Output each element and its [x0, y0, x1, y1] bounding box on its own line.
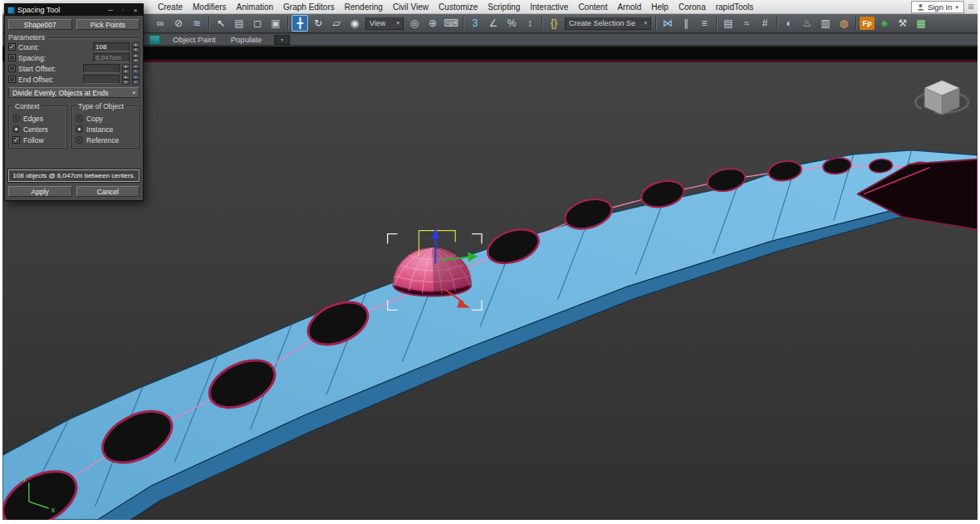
schematic-view-icon[interactable]: # [757, 15, 773, 32]
edges-option[interactable]: Edges [12, 113, 63, 124]
selection-region-icon[interactable]: ◻ [249, 15, 266, 32]
menu-item-scripting[interactable]: Scripting [483, 0, 525, 13]
edit-named-selection-sets-icon[interactable]: {} [546, 15, 562, 32]
horizon-band-edge [2, 60, 978, 62]
toolbar-separator [653, 16, 659, 31]
rendered-frame-window-icon[interactable]: ▥ [817, 15, 834, 32]
start-offset-checkbox[interactable] [8, 65, 16, 72]
pick-points-button[interactable]: Pick Points [76, 19, 140, 30]
grid-tool-icon[interactable]: ▦ [913, 15, 929, 32]
select-and-link-icon[interactable]: ∞ [152, 15, 169, 32]
start-offset-lock-button[interactable]: ▴▾ [132, 64, 140, 73]
cancel-button[interactable]: Cancel [76, 186, 140, 197]
ribbon-tab-object-paint[interactable]: Object Paint [165, 34, 223, 45]
menu-item-graph-editors[interactable]: Graph Editors [278, 0, 340, 13]
menu-item-rapidtools[interactable]: rapidTools [711, 0, 759, 13]
menu-item-arnold[interactable]: Arnold [612, 0, 646, 13]
workspace-switcher-icon[interactable]: ⊞ [966, 2, 976, 12]
start-offset-field[interactable] [83, 64, 120, 73]
viewport[interactable]: y x [2, 47, 978, 520]
start-offset-spinner[interactable]: ▴▾ [122, 64, 130, 73]
instance-option[interactable]: Instance [76, 124, 135, 135]
centers-option[interactable]: Centers [12, 124, 63, 135]
count-spinner[interactable]: ▴▾ [132, 42, 140, 51]
mirror-icon[interactable]: ⋈ [659, 15, 676, 32]
reference-coordinate-system-dropdown[interactable]: View▾ [365, 17, 404, 30]
minimize-button[interactable]: ─ [105, 6, 115, 15]
curve-editor-icon[interactable]: ≈ [738, 15, 755, 32]
follow-checkbox[interactable]: ✓ [12, 136, 20, 144]
reference-radio-button[interactable] [76, 136, 83, 144]
select-and-manipulate-icon[interactable]: ⊕ [424, 15, 441, 32]
centers-radio-button[interactable] [12, 125, 20, 133]
menu-item-customize[interactable]: Customize [434, 0, 483, 13]
layer-explorer-icon[interactable]: ≡ [696, 15, 713, 32]
menu-item-corona[interactable]: Corona [674, 0, 711, 13]
select-and-move-icon[interactable]: ╋ [292, 15, 308, 32]
copy-label: Copy [86, 115, 103, 123]
align-icon[interactable]: ∥ [678, 15, 694, 32]
toolbar-separator [460, 16, 466, 31]
menu-item-civil-view[interactable]: Civil View [388, 0, 434, 13]
forest-pack-icon[interactable]: Fp [860, 17, 875, 30]
viewport-canvas[interactable]: y x [2, 47, 978, 520]
spacing-mode-dropdown[interactable]: Divide Evenly, Objects at Ends ▾ [8, 87, 140, 98]
ribbon-minimize-button[interactable]: ▾ [274, 35, 290, 45]
spinner-snap-toggle-icon[interactable]: ↕ [522, 15, 538, 32]
select-by-name-icon[interactable]: ▤ [231, 15, 247, 32]
app-window: CreateModifiersAnimationGraph EditorsRen… [2, 0, 978, 520]
keyboard-shortcut-override-icon[interactable]: ⌨ [443, 15, 459, 32]
menu-item-help[interactable]: Help [646, 0, 674, 13]
instance-radio-button[interactable] [76, 125, 83, 133]
close-button[interactable]: × [130, 6, 140, 15]
unlink-selection-icon[interactable]: ⊘ [170, 15, 187, 32]
render-setup-icon[interactable]: ♨ [799, 15, 816, 32]
menu-item-create[interactable]: Create [153, 0, 188, 13]
apply-button[interactable]: Apply [8, 186, 72, 197]
render-production-icon[interactable]: ◍ [835, 15, 852, 32]
percent-snap-toggle-icon[interactable]: % [503, 15, 520, 32]
end-offset-row: End Offset:▴▾▴▾ [8, 74, 140, 85]
ribbon-toggle-icon[interactable]: ▤ [720, 15, 737, 32]
spacing-checkbox[interactable] [8, 54, 16, 61]
menu-item-modifiers[interactable]: Modifiers [188, 0, 232, 13]
ribbon-config-icon[interactable] [149, 35, 160, 45]
angle-snap-toggle-icon[interactable]: ∠ [485, 15, 502, 32]
start-offset-row: Start Offset:▴▾▴▾ [8, 63, 140, 74]
menu-item-rendering[interactable]: Rendering [340, 0, 388, 13]
wrench-tool-icon[interactable]: ⚒ [894, 15, 911, 32]
select-and-rotate-icon[interactable]: ↻ [310, 15, 326, 32]
select-and-scale-icon[interactable]: ▱ [328, 15, 345, 32]
menu-item-animation[interactable]: Animation [232, 0, 278, 13]
named-selection-sets-dropdown[interactable]: Create Selection Se▾ [565, 17, 651, 30]
dialog-title-bar[interactable]: Spacing Tool ─ ▫ × [5, 4, 143, 16]
select-object-icon[interactable]: ↖ [213, 15, 229, 32]
material-editor-icon[interactable]: ◐ [781, 15, 797, 32]
ribbon-tab-populate[interactable]: Populate [223, 34, 270, 45]
copy-radio-button[interactable] [76, 115, 83, 122]
bind-to-space-warp-icon[interactable]: ≋ [189, 15, 205, 32]
end-offset-lock-button[interactable]: ▴▾ [132, 75, 140, 84]
use-pivot-point-center-icon[interactable]: ◎ [406, 15, 423, 32]
end-offset-spinner[interactable]: ▴▾ [122, 75, 130, 84]
pick-shape-button[interactable]: Shape007 [8, 19, 72, 30]
end-offset-checkbox[interactable] [8, 76, 16, 83]
count-field[interactable]: 108 [93, 42, 130, 51]
count-checkbox[interactable]: ✓ [8, 43, 16, 51]
sign-in-label: Sign In [928, 2, 953, 12]
select-and-place-icon[interactable]: ◉ [346, 15, 363, 32]
snap-toggle-3d-icon[interactable]: 3 [467, 15, 483, 32]
edges-radio-button[interactable] [12, 115, 20, 122]
spacing-field[interactable]: 6,047cm [93, 53, 130, 62]
reference-option[interactable]: Reference [76, 135, 135, 145]
spacing-spinner[interactable]: ▴▾ [132, 53, 140, 62]
copy-option[interactable]: Copy [76, 113, 135, 124]
window-crossing-toggle-icon[interactable]: ▣ [267, 15, 284, 32]
end-offset-field[interactable] [83, 75, 120, 84]
menu-item-interactive[interactable]: Interactive [525, 0, 573, 13]
sign-in-button[interactable]: Sign In ▾ [911, 1, 964, 13]
tree-plugin-icon[interactable]: ♣ [876, 15, 893, 32]
menu-item-content[interactable]: Content [573, 0, 612, 13]
follow-option[interactable]: ✓ Follow [12, 135, 63, 145]
context-radios: EdgesCenters [12, 113, 63, 135]
